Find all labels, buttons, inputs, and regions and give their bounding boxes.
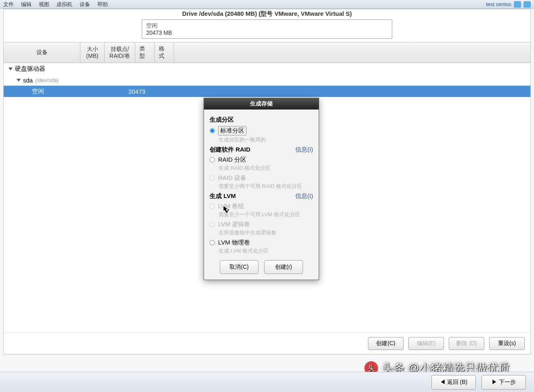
radio-standard-partition[interactable]: 标准分区: [210, 126, 313, 135]
dialog-cancel-button[interactable]: 取消(C): [220, 260, 259, 274]
edit-button: 编辑(E): [408, 337, 444, 350]
desc-lvm-lv: 在所选卷组中生成逻辑卷: [219, 229, 313, 236]
desc-raid-part: 生成 RAID 格式化分区: [219, 164, 313, 172]
radio-raid-dev-input: [210, 175, 215, 181]
radio-lvm-vg-input: [210, 204, 215, 209]
dialog-title: 生成存储: [204, 98, 319, 110]
desc-raid-dev: 需要至少两个可用 RAID 格式化分区: [219, 183, 313, 190]
reset-button[interactable]: 重设(s): [489, 337, 525, 350]
menubar: 文件 编辑 视图 虚拟机 设备 帮助 test centos: [0, 0, 534, 9]
create-storage-dialog: 生成存储 生成分区 标准分区 生成分区的一般用的 创建软件 RAID 信息(I)…: [204, 98, 319, 280]
tree-disk-path: (/dev/sda): [35, 77, 59, 83]
menu-view[interactable]: 视图: [39, 1, 49, 8]
wizard-footer: ◀ 返回 (B) ▶ 下一步: [0, 372, 534, 392]
delete-button: 删除 (D): [449, 337, 484, 350]
radio-lvm-pv-input[interactable]: [210, 240, 215, 245]
panel-buttons: 创建(C) 编辑(E) 删除 (D) 重设(s): [4, 333, 530, 354]
tree-disk-row[interactable]: sda (/dev/sda): [4, 74, 530, 86]
lvm-info-link[interactable]: 信息(I): [295, 192, 313, 200]
drive-usage-box: 空闲 20473 MB: [142, 19, 392, 39]
section-raid: 创建软件 RAID 信息(I): [210, 146, 313, 154]
mouse-cursor-icon: [223, 205, 229, 213]
tree-root-label: 硬盘驱动器: [15, 65, 45, 73]
menu-edit[interactable]: 编辑: [21, 1, 32, 8]
drive-free-size: 20473 MB: [146, 30, 388, 36]
vm-name-label: test centos: [486, 1, 511, 7]
radio-raid-part-input[interactable]: [210, 157, 215, 162]
create-button[interactable]: 创建(C): [368, 337, 404, 350]
radio-standard-input[interactable]: [210, 128, 215, 133]
expand-icon[interactable]: [17, 79, 21, 82]
desc-lvm-pv: 生成 LVM 格式化分区: [219, 247, 313, 255]
table-header: 设备 大小 (MB) 挂载点/ RAID/卷 类型 格式: [4, 42, 530, 63]
expand-icon[interactable]: [8, 67, 13, 70]
radio-raid-partition[interactable]: RAID 分区: [210, 156, 313, 164]
menu-vm[interactable]: 虚拟机: [57, 1, 72, 8]
chat-icon[interactable]: [514, 1, 521, 8]
radio-lvm-pv[interactable]: LVM 物理卷: [210, 239, 313, 247]
next-button[interactable]: ▶ 下一步: [481, 375, 526, 390]
col-type[interactable]: 类型: [135, 42, 155, 63]
tree-root-row[interactable]: 硬盘驱动器: [4, 63, 530, 74]
section-lvm: 生成 LVM 信息(I): [210, 192, 313, 200]
drive-title: Drive /dev/sda (20480 MB) (型号 VMware, VM…: [4, 10, 530, 18]
raid-info-link[interactable]: 信息(I): [295, 146, 313, 154]
tree-free-row[interactable]: 空闲 20473: [4, 86, 530, 97]
radio-lvm-lv-input: [210, 222, 215, 227]
section-partition: 生成分区: [210, 116, 313, 124]
desc-standard: 生成分区的一般用的: [219, 136, 313, 143]
col-mount[interactable]: 挂载点/ RAID/卷: [105, 42, 135, 63]
radio-lvm-lv: LVM 逻辑卷: [210, 221, 313, 228]
tree-disk-label: sda: [23, 77, 33, 84]
col-device[interactable]: 设备: [4, 42, 80, 63]
radio-raid-device: RAID 设备: [210, 174, 313, 182]
menu-device[interactable]: 设备: [80, 1, 90, 8]
chat-icon-2[interactable]: [523, 1, 531, 8]
col-format[interactable]: 格式: [155, 42, 174, 63]
col-size[interactable]: 大小 (MB): [80, 42, 105, 63]
tree-free-size: 20473: [90, 88, 530, 95]
dialog-create-button[interactable]: 创建(r): [264, 260, 303, 274]
tree-free-label: 空闲: [32, 88, 80, 95]
menu-help[interactable]: 帮助: [97, 1, 108, 8]
desc-lvm-vg: 需要至少一个可用 LVM 格式化分区: [219, 211, 313, 218]
back-button[interactable]: ◀ 返回 (B): [431, 375, 476, 390]
menu-file[interactable]: 文件: [3, 1, 14, 8]
drive-free-label: 空闲: [146, 22, 388, 30]
